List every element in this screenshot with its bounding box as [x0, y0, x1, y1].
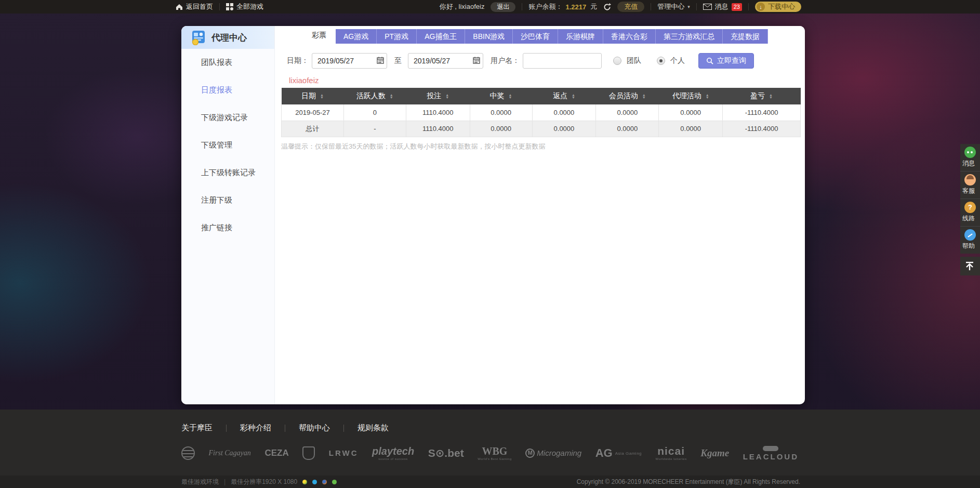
footer-link-help-center[interactable]: 帮助中心 [299, 423, 330, 433]
col-bets: 投注 [427, 91, 441, 101]
tab-pt-games[interactable]: PT游戏 [377, 29, 417, 44]
sort-icon[interactable]: ▲▼ [706, 94, 709, 99]
logo-lrwc: LRWC [329, 449, 359, 457]
footer: 关于摩臣 彩种介绍 帮助中心 规则条款 First Cagayan CEZA L… [0, 410, 980, 488]
float-item-help[interactable]: 帮助 [960, 227, 980, 254]
sort-icon[interactable]: ▲▼ [769, 94, 773, 99]
sidebar-item-team-report[interactable]: 团队报表 [181, 49, 274, 76]
sort-icon[interactable]: ▲▼ [572, 94, 575, 99]
username-input[interactable] [523, 53, 602, 69]
col-date: 日期 [301, 91, 316, 101]
sidebar-item-sub-management[interactable]: 下级管理 [181, 131, 274, 159]
sort-icon[interactable]: ▲▼ [509, 94, 512, 99]
download-icon: ↓ [757, 3, 765, 11]
sidebar-item-sub-game-records[interactable]: 下级游戏记录 [181, 104, 274, 131]
radio-personal-circle[interactable] [657, 57, 665, 65]
date-from-input[interactable] [312, 53, 387, 69]
content-area: 彩票 AG游戏 PT游戏 AG捕鱼王 BBIN游戏 沙巴体育 乐游棋牌 香港六合… [275, 26, 805, 404]
tab-bar: 彩票 AG游戏 PT游戏 AG捕鱼王 BBIN游戏 沙巴体育 乐游棋牌 香港六合… [275, 26, 805, 44]
to-label: 至 [394, 56, 402, 65]
username-label: 用户名： [491, 56, 520, 65]
footer-link-about[interactable]: 关于摩臣 [181, 423, 213, 433]
page: 返回首页 全部游戏 你好 , lixiaofeiz 退出 账户余额： 1.221… [0, 0, 980, 488]
tab-hk-mark-six[interactable]: 香港六合彩 [603, 29, 656, 44]
logo-playtech: playtechsource of success [372, 446, 414, 460]
firefox-browser-icon [322, 480, 327, 484]
sidebar-item-transfer-records[interactable]: 上下级转账记录 [181, 159, 274, 187]
globe-logo-icon [181, 446, 195, 460]
logout-button[interactable]: 退出 [491, 2, 515, 12]
filter-bar: 日期： 至 用户名： [287, 53, 805, 69]
sidebar-item-promo-links[interactable]: 推广链接 [181, 214, 274, 242]
sort-icon[interactable]: ▲▼ [642, 94, 646, 99]
float-item-messages[interactable]: 消息 [960, 144, 980, 172]
logo-microgaming: MMicrogaming [525, 449, 581, 458]
cloud-icon [763, 446, 778, 451]
chrome-browser-icon [302, 480, 307, 484]
sort-icon[interactable]: ▲▼ [445, 94, 449, 99]
sidebar-item-register-sub[interactable]: 注册下级 [181, 187, 274, 214]
customer-service-icon [964, 174, 976, 186]
date-from-field [312, 53, 387, 69]
report-table: 日期▲▼ 活跃人数▲▼ 投注▲▼ 中奖▲▼ 返点▲▼ 会员活动▲▼ 代理活动▲▼… [281, 88, 801, 137]
all-games-link[interactable]: 全部游戏 [226, 2, 263, 11]
tab-ag-fishing[interactable]: AG捕鱼王 [417, 29, 465, 44]
sort-icon[interactable]: ▲▼ [390, 94, 393, 99]
search-icon [706, 57, 713, 64]
footer-links: 关于摩臣 彩种介绍 帮助中心 规则条款 [0, 410, 980, 433]
tab-leyou-chess[interactable]: 乐游棋牌 [558, 29, 603, 44]
chevron-down-icon: ▾ [687, 4, 690, 9]
back-home-link[interactable]: 返回首页 [176, 2, 213, 11]
topbar-divider [219, 3, 220, 10]
table-row: 2019-05-27 0 1110.4000 0.0000 0.0000 0.0… [282, 104, 801, 121]
radio-personal[interactable]: 个人 [657, 56, 685, 65]
download-center-button[interactable]: ↓ 下载中心 [755, 2, 801, 12]
main-panel: 代理中心 团队报表 日度报表 下级游戏记录 下级管理 上下级转账记录 注册下级 … [181, 26, 805, 404]
admin-center-menu[interactable]: 管理中心 ▾ [657, 2, 690, 11]
logo-leacloud: LEACLOUD [743, 446, 799, 460]
sidebar: 代理中心 团队报表 日度报表 下级游戏记录 下级管理 上下级转账记录 注册下级 … [181, 26, 275, 404]
recharge-button[interactable]: 充值 [617, 2, 644, 12]
best-resolution-note: 最佳分辨率1920 X 1080 [231, 478, 297, 486]
copyright-text: Copyright © 2006-2019 MORECHEER Entertai… [577, 478, 800, 486]
query-button[interactable]: 立即查询 [698, 53, 754, 69]
logo-nicai: nicaiWorldwide lotteries [656, 445, 687, 460]
tab-lottery[interactable]: 彩票 [302, 26, 336, 44]
crest-icon [302, 446, 315, 460]
messages-link[interactable]: 消息 23 [703, 2, 742, 11]
tab-thirdparty-summary[interactable]: 第三方游戏汇总 [656, 29, 723, 44]
logo-wbg: WBGWorld's Best Gaming [478, 446, 512, 460]
radio-team-circle[interactable] [613, 57, 621, 65]
calendar-icon[interactable] [377, 57, 384, 64]
topbar: 返回首页 全部游戏 你好 , lixiaofeiz 退出 账户余额： 1.221… [0, 0, 980, 14]
agent-center-icon [191, 30, 206, 45]
refresh-icon[interactable] [603, 3, 611, 11]
calendar-icon[interactable] [473, 57, 480, 64]
sort-icon[interactable]: ▲▼ [320, 94, 324, 99]
float-item-customer-service[interactable]: 客服 [960, 172, 980, 199]
float-item-lines[interactable]: ? 线路 [960, 199, 980, 227]
table-header-row: 日期▲▼ 活跃人数▲▼ 投注▲▼ 中奖▲▼ 返点▲▼ 会员活动▲▼ 代理活动▲▼… [282, 88, 801, 104]
radio-team[interactable]: 团队 [613, 56, 641, 65]
sidebar-item-daily-report[interactable]: 日度报表 [181, 76, 274, 104]
tab-ag-games[interactable]: AG游戏 [336, 29, 377, 44]
footer-bottom-bar: 最佳游戏环境 | 最佳分辨率1920 X 1080 Copyright © 20… [0, 476, 980, 488]
ie-browser-icon [312, 480, 317, 484]
balance-value: 1.2217 [565, 3, 586, 11]
tab-saba-sports[interactable]: 沙巴体育 [513, 29, 558, 44]
footer-link-rules[interactable]: 规则条款 [357, 423, 389, 433]
tab-bbin-games[interactable]: BBIN游戏 [465, 29, 513, 44]
tab-deposit-withdraw[interactable]: 充提数据 [723, 29, 768, 44]
collapse-button[interactable] [960, 257, 980, 275]
col-member-activity: 会员活动 [609, 91, 638, 101]
footer-link-lottery-intro[interactable]: 彩种介绍 [240, 423, 271, 433]
microgaming-m-icon: M [525, 449, 535, 458]
date-to-field [408, 53, 483, 69]
sidebar-title: 代理中心 [181, 26, 274, 49]
gauge-icon [964, 229, 976, 241]
date-to-input[interactable] [408, 53, 483, 69]
collapse-icon [964, 261, 975, 271]
col-profit-loss: 盈亏 [750, 91, 765, 101]
best-environment-note: 最佳游戏环境 [181, 478, 219, 486]
logo-ceza: CEZA [264, 449, 288, 457]
